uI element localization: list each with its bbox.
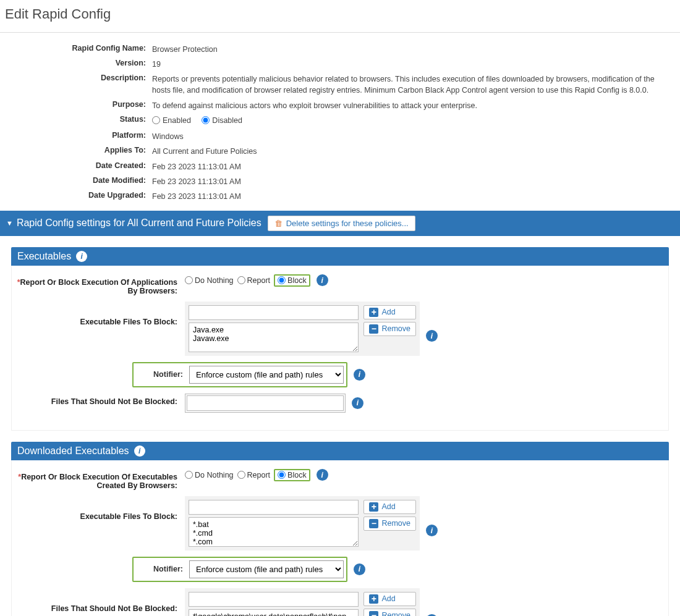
info-icon[interactable]: i [426, 525, 438, 536]
dexec-rb-block[interactable]: Block [278, 471, 307, 479]
dexec-rb-nothing[interactable]: Do Nothing [185, 471, 234, 479]
details-panel: Rapid Config Name:Browser Protection Ver… [0, 32, 680, 202]
exec-rb-nothing[interactable]: Do Nothing [185, 276, 234, 285]
meta-purpose-label: Purpose: [5, 100, 152, 109]
executables-section-header: Executables i [11, 247, 669, 266]
info-icon[interactable]: i [317, 469, 328, 481]
minus-icon: − [369, 324, 378, 334]
exec-noblock-label: Files That Should Not Be Blocked: [12, 394, 185, 406]
delete-settings-button[interactable]: 🗑 Delete settings for these policies... [268, 216, 415, 231]
page-title: Edit Rapid Config [0, 0, 680, 32]
meta-platform-label: Platform: [5, 131, 152, 140]
info-icon[interactable]: i [76, 251, 87, 262]
exec-notifier-select[interactable]: Enforce custom (file and path) rules [189, 366, 344, 384]
settings-header[interactable]: ▼ Rapid Config settings for All Current … [0, 211, 680, 236]
downloaded-executables-section-header: Downloaded Executables i [11, 442, 669, 460]
info-icon[interactable]: i [317, 274, 328, 286]
exec-files-list[interactable]: Java.exe Javaw.exe [189, 323, 359, 352]
minus-icon: − [369, 519, 378, 528]
dexec-noblock-label: Files That Should Not Be Blocked: [12, 588, 185, 613]
meta-modified-label: Date Modified: [5, 176, 152, 185]
plus-icon: + [369, 502, 378, 512]
dexec-noblock-list[interactable]: *\google\chrome\user data\pepperflash\*\… [189, 609, 359, 616]
meta-name-label: Rapid Config Name: [5, 44, 152, 53]
meta-applies-value: All Current and Future Policies [152, 146, 675, 157]
dexec-files-editor: *.bat *.cmd *.com +Add −Remove [185, 496, 420, 551]
exec-notifier-label: Notifier: [136, 370, 183, 379]
meta-status-label: Status: [5, 115, 152, 124]
dexec-files-remove-button[interactable]: −Remove [363, 517, 416, 531]
meta-upgraded-label: Date Upgraded: [5, 191, 152, 200]
exec-files-add-button[interactable]: +Add [363, 305, 416, 319]
meta-description-value: Reports or prevents potentially maliciou… [152, 74, 675, 96]
meta-purpose-value: To defend against malicious actors who e… [152, 100, 675, 111]
info-icon[interactable]: i [426, 330, 438, 342]
exec-files-editor: Java.exe Javaw.exe +Add −Remove [185, 302, 420, 356]
settings-header-title: Rapid Config settings for All Current an… [17, 217, 261, 229]
exec-rb-report[interactable]: Report [237, 276, 271, 285]
meta-version-label: Version: [5, 59, 152, 67]
dexec-rb-label: *Report Or Block Execution Of Executable… [12, 469, 185, 490]
meta-modified-value: Feb 23 2023 11:13:01 AM [152, 176, 675, 187]
dexec-noblock-remove-button[interactable]: −Remove [363, 609, 416, 616]
exec-files-add-input[interactable] [189, 305, 359, 320]
meta-version-value: 19 [152, 59, 675, 70]
exec-files-remove-button[interactable]: −Remove [363, 322, 416, 336]
info-icon[interactable]: i [352, 397, 363, 409]
dexec-noblock-add-button[interactable]: +Add [363, 592, 416, 606]
dexec-files-add-button[interactable]: +Add [363, 500, 416, 514]
exec-rb-block[interactable]: Block [278, 276, 307, 285]
info-icon[interactable]: i [134, 445, 145, 457]
dexec-files-list[interactable]: *.bat *.cmd *.com [189, 517, 359, 547]
dexec-noblock-editor: *\google\chrome\user data\pepperflash\*\… [185, 588, 420, 616]
trash-icon: 🗑 [274, 219, 283, 228]
plus-icon: + [369, 308, 378, 317]
meta-description-label: Description: [5, 74, 152, 82]
exec-noblock-input[interactable] [187, 395, 344, 411]
dexec-notifier-select[interactable]: Enforce custom (file and path) rules [189, 560, 344, 578]
status-enabled-radio[interactable]: Enabled [152, 115, 191, 126]
dexec-files-add-input[interactable] [189, 500, 359, 515]
dexec-noblock-add-input[interactable] [189, 592, 359, 607]
dexec-rb-report[interactable]: Report [237, 471, 271, 479]
meta-created-label: Date Created: [5, 161, 152, 170]
meta-created-value: Feb 23 2023 11:13:01 AM [152, 161, 675, 172]
meta-name-value: Browser Protection [152, 44, 675, 55]
dexec-files-label: Executable Files To Block: [12, 496, 185, 521]
info-icon[interactable]: i [354, 369, 365, 381]
exec-files-label: Executable Files To Block: [12, 302, 185, 326]
exec-rb-label: *Report Or Block Execution Of Applicatio… [12, 274, 185, 295]
plus-icon: + [369, 594, 378, 604]
status-disabled-radio[interactable]: Disabled [202, 115, 242, 126]
meta-applies-label: Applies To: [5, 146, 152, 154]
meta-upgraded-value: Feb 23 2023 11:13:01 AM [152, 191, 675, 202]
minus-icon: − [369, 611, 378, 616]
caret-down-icon: ▼ [6, 219, 13, 227]
dexec-notifier-label: Notifier: [136, 565, 183, 573]
meta-platform-value: Windows [152, 131, 675, 142]
info-icon[interactable]: i [354, 563, 365, 575]
